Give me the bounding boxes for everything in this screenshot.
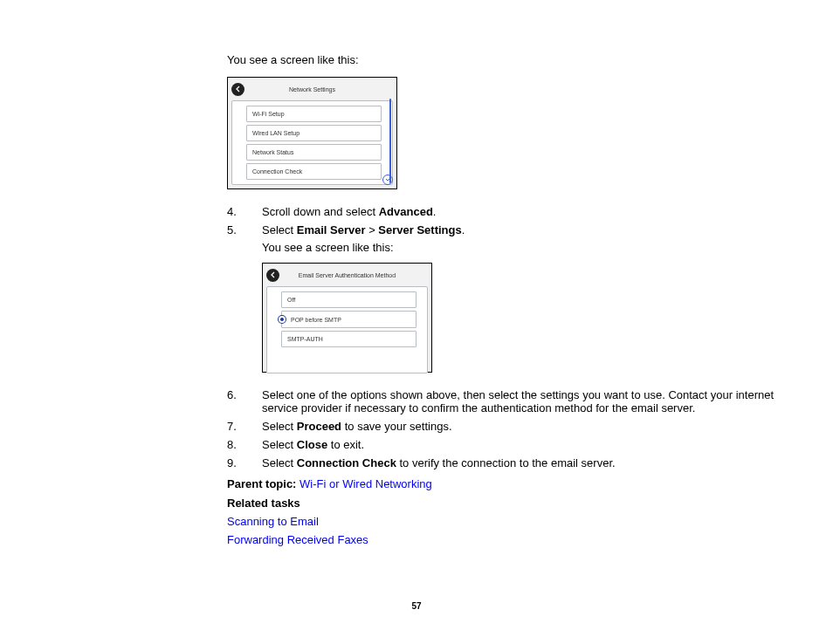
intro-text: You see a screen like this: <box>227 52 786 68</box>
related-link-forwarding[interactable]: Forwarding Received Faxes <box>227 533 368 546</box>
step-5-sub: You see a screen like this: <box>262 240 786 256</box>
parent-topic: Parent topic: Wi-Fi or Wired Networking <box>227 476 786 492</box>
scrollbar-icon <box>389 99 391 183</box>
ss1-item: Connection Check <box>246 163 382 180</box>
ss2-item: Off <box>281 291 416 308</box>
step-8: Select Close to exit. <box>227 438 786 451</box>
step-7: Select Proceed to save your settings. <box>227 420 786 433</box>
step-4: Scroll down and select Advanced. <box>227 205 786 218</box>
parent-topic-link[interactable]: Wi-Fi or Wired Networking <box>299 477 432 490</box>
ss1-item: Network Status <box>246 144 382 161</box>
back-icon <box>266 269 279 282</box>
related-link-scanning[interactable]: Scanning to Email <box>227 515 319 528</box>
ss2-item: SMTP-AUTH <box>281 331 416 347</box>
step-9: Select Connection Check to verify the co… <box>227 456 786 469</box>
page-number: 57 <box>0 601 833 611</box>
screenshot2-title: Email Server Authentication Method <box>279 272 428 278</box>
step-5: Select Email Server > Server Settings. Y… <box>227 223 786 373</box>
step-6: Select one of the options shown above, t… <box>227 388 786 414</box>
ss1-item: Wired LAN Setup <box>246 125 382 141</box>
ss1-item: Wi-Fi Setup <box>246 106 382 122</box>
screenshot1-title: Network Settings <box>244 86 393 92</box>
screenshot-email-auth: Email Server Authentication Method Off P… <box>262 263 432 373</box>
ss2-item-selected: POP before SMTP <box>281 311 416 328</box>
back-icon <box>231 83 244 96</box>
screenshot-network-settings: Network Settings Wi-Fi Setup Wired LAN S… <box>227 77 397 189</box>
related-tasks-label: Related tasks <box>227 496 786 511</box>
